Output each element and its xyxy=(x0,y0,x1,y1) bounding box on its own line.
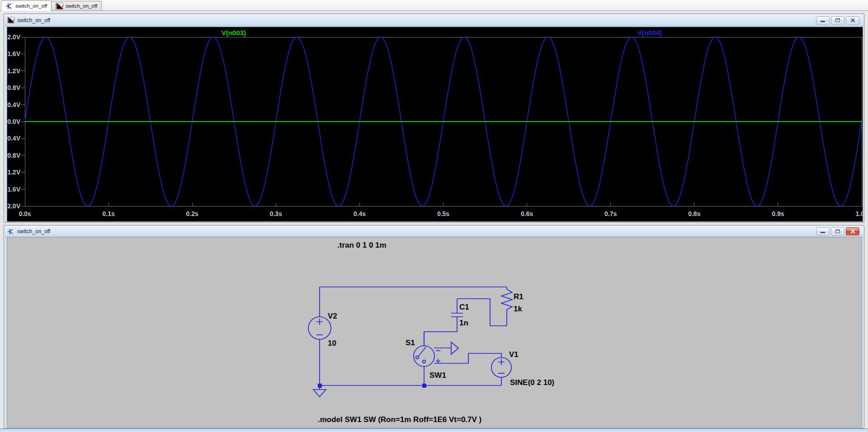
x-axis-tick-label: 0.7s xyxy=(604,210,617,217)
restore-button[interactable] xyxy=(831,16,844,24)
close-button[interactable] xyxy=(846,227,859,235)
label-v2-ref[interactable]: V2 xyxy=(328,312,337,320)
switch-arrow xyxy=(451,342,458,354)
y-axis-tick-label: -1.2V xyxy=(7,169,21,176)
schematic-canvas[interactable]: .tran 0 1 0 1m .model SW1 SW (Ron=1m Rof… xyxy=(7,237,862,427)
component-v1-voltage-source[interactable] xyxy=(491,357,511,377)
x-axis-tick-label: 0.2s xyxy=(186,210,198,217)
waveform-plot-area[interactable]: V(n003) V(n004) 2.0V1.6V1.2V0.8V0.4V0.0V… xyxy=(7,27,863,222)
close-icon xyxy=(846,228,859,235)
restore-icon xyxy=(835,230,840,233)
minimize-button[interactable] xyxy=(816,227,830,235)
component-r1-resistor[interactable] xyxy=(501,287,512,326)
label-c1-ref[interactable]: C1 xyxy=(459,303,469,311)
waveform-window: switch_on_off V(n003) V(n004) 2.0V1.6V1.… xyxy=(4,14,864,223)
wire[interactable] xyxy=(434,353,501,363)
wire[interactable] xyxy=(424,317,457,346)
label-v2-value[interactable]: 10 xyxy=(328,339,336,347)
y-axis-tick-label: 1.6V xyxy=(7,50,20,57)
trace-label-vn004[interactable]: V(n004) xyxy=(637,29,662,37)
label-s1-value[interactable]: SW1 xyxy=(429,371,446,380)
label-r1-value[interactable]: 1k xyxy=(514,305,522,313)
x-axis-tick-label: 0.1s xyxy=(102,210,114,217)
x-axis-tick-label: 1.0s xyxy=(855,210,863,217)
y-axis-tick-label: 0.4V xyxy=(7,101,20,108)
tab-label: switch_on_off xyxy=(15,3,47,9)
trace-label-vn003[interactable]: V(n003) xyxy=(222,29,246,37)
close-button[interactable] xyxy=(846,16,859,24)
switch-lever xyxy=(418,347,426,357)
x-axis-tick-label: 0.6s xyxy=(521,210,533,217)
y-axis-tick-label: 0.8V xyxy=(7,84,20,91)
plus-sign xyxy=(498,359,505,365)
plot-traces xyxy=(25,37,862,206)
y-axis-tick-label: -2.0V xyxy=(7,202,21,210)
minimize-icon xyxy=(821,21,825,22)
schematic-window-titlebar[interactable]: switch_on_off xyxy=(5,226,863,237)
schematic-icon xyxy=(5,3,13,9)
switch-contact xyxy=(416,356,419,359)
schematic-window: switch_on_off xyxy=(4,225,864,428)
spice-directive-tran[interactable]: .tran 0 1 0 1m xyxy=(337,241,387,249)
schematic-icon xyxy=(7,228,14,235)
minimize-button[interactable] xyxy=(816,16,830,24)
minimize-icon xyxy=(821,232,825,233)
label-v1-value[interactable]: SINE(0 2 10) xyxy=(510,378,554,387)
x-axis-tick-label: 0.5s xyxy=(437,210,449,217)
document-tab-bar: switch_on_off switch_on_off xyxy=(0,0,868,11)
waveform-icon xyxy=(56,3,63,9)
close-icon xyxy=(846,17,859,24)
plus-sign xyxy=(436,359,440,363)
x-axis-tick-label: 0.9s xyxy=(772,210,784,217)
label-v1-ref[interactable]: V1 xyxy=(509,350,519,359)
restore-icon xyxy=(835,19,840,22)
wire-junction xyxy=(318,384,322,388)
y-axis-tick-label: 2.0V xyxy=(7,33,20,41)
tab-waveform-switch_on_off[interactable]: switch_on_off xyxy=(51,1,102,10)
switch-contact xyxy=(423,360,425,363)
tab-schematic-switch_on_off[interactable]: switch_on_off xyxy=(1,0,52,11)
y-axis-tick-label: 0.0V xyxy=(7,118,20,125)
y-axis-tick-label: -0.8V xyxy=(7,152,21,159)
x-axis-tick-label: 0.3s xyxy=(270,210,282,217)
window-title: switch_on_off xyxy=(17,17,50,23)
x-axis-tick-label: 0.4s xyxy=(354,210,366,217)
wire-junction xyxy=(422,384,426,388)
plot-axes: 2.0V1.6V1.2V0.8V0.4V0.0V-0.4V-0.8V-1.2V-… xyxy=(7,33,863,217)
label-r1-ref[interactable]: R1 xyxy=(514,292,524,301)
plus-sign xyxy=(316,319,323,325)
x-axis-tick-label: 0.0s xyxy=(19,210,31,217)
y-axis-tick-label: -0.4V xyxy=(7,135,21,142)
waveform-icon xyxy=(7,17,14,23)
x-axis-tick-label: 0.8s xyxy=(688,210,700,217)
y-axis-tick-label: 1.2V xyxy=(7,67,20,75)
label-s1-ref[interactable]: S1 xyxy=(406,338,415,347)
app-bottom-edge xyxy=(0,428,868,432)
window-title: switch_on_off xyxy=(17,228,50,235)
spice-directive-model[interactable]: .model SW1 SW (Ron=1m Roff=1E6 Vt=0.7V ) xyxy=(318,415,481,424)
waveform-window-titlebar[interactable]: switch_on_off xyxy=(5,14,863,26)
label-c1-value[interactable]: 1n xyxy=(459,319,468,327)
component-s1-switch[interactable] xyxy=(414,332,458,366)
y-axis-tick-label: -1.6V xyxy=(7,186,21,193)
restore-button[interactable] xyxy=(831,227,844,235)
tab-label: switch_on_off xyxy=(66,3,97,9)
